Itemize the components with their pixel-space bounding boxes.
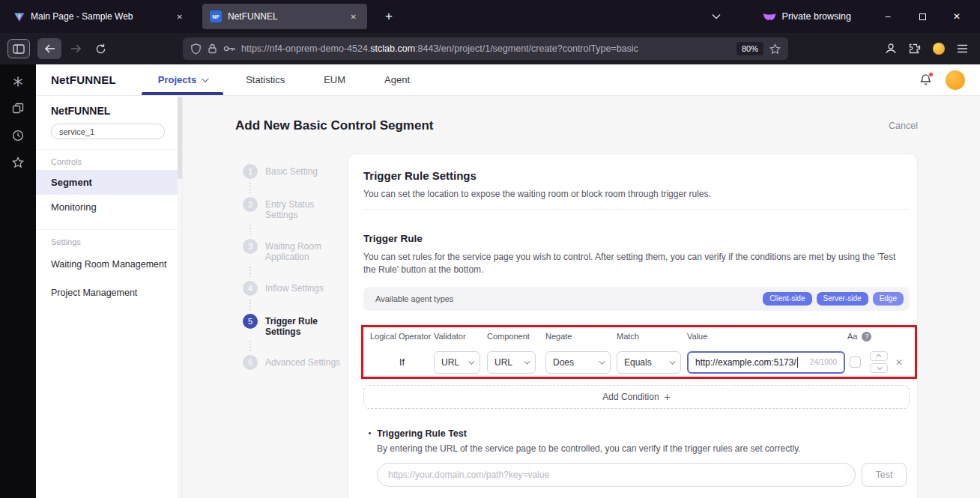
step-connector: [249, 341, 348, 351]
sidebar-item-project-management[interactable]: Project Management: [36, 279, 182, 307]
ai-chatbot-icon[interactable]: [8, 72, 28, 91]
validator-select[interactable]: URL: [434, 351, 480, 374]
window-maximize-button[interactable]: [905, 0, 940, 33]
nav-item-statistics[interactable]: Statistics: [226, 64, 304, 95]
match-select[interactable]: Equals: [617, 351, 681, 374]
step-label: Advanced Settings: [265, 355, 343, 368]
firefox-sidebar-strip: [0, 64, 36, 498]
main-content: Add New Basic Control Segment Cancel 1 B…: [183, 95, 980, 498]
sidebar-item-segment[interactable]: Segment: [36, 170, 182, 195]
trigger-rule-row: If URL URL: [363, 350, 910, 374]
step-waiting-room-application[interactable]: 3 Waiting Room Application: [243, 239, 348, 263]
test-button[interactable]: Test: [862, 463, 907, 487]
reload-button[interactable]: [90, 38, 111, 59]
nav-item-projects[interactable]: Projects: [139, 64, 226, 95]
extension-avatar-icon[interactable]: [933, 43, 945, 55]
validator-select-value: URL: [441, 357, 459, 368]
move-down-button[interactable]: [870, 363, 888, 373]
private-browsing-label: Private browsing: [782, 11, 851, 22]
bookmark-star-icon[interactable]: [769, 43, 781, 55]
negate-select[interactable]: Does: [545, 351, 611, 374]
chevron-down-icon: [599, 358, 605, 364]
netfunnel-logo[interactable]: NetFUNNEL: [51, 73, 116, 86]
tracking-protection-shield-icon[interactable]: [190, 43, 202, 55]
sidebar-title: NetFUNNEL: [51, 105, 182, 117]
tab-netfunnel[interactable]: NF NetFUNNEL ✕: [202, 4, 367, 29]
menu-hamburger-icon[interactable]: [957, 44, 968, 53]
badge-server-side: Server-side: [817, 292, 868, 306]
back-button[interactable]: [37, 38, 61, 59]
url-bar[interactable]: https://nf4-onprem-demo-4524.stclab.com:…: [183, 37, 788, 60]
step-number: 5: [243, 314, 258, 329]
user-avatar[interactable]: [946, 70, 965, 90]
sidebar-scrollbar[interactable]: [178, 95, 182, 498]
window-close-button[interactable]: ✕: [940, 0, 974, 33]
remove-rule-button[interactable]: ✕: [895, 357, 903, 368]
forward-button[interactable]: [66, 38, 87, 59]
history-clock-icon[interactable]: [8, 126, 28, 145]
add-condition-label: Add Condition: [602, 392, 659, 402]
test-url-input[interactable]: [377, 463, 856, 487]
bookmarks-star-icon[interactable]: [8, 153, 28, 172]
window-minimize-button[interactable]: –: [871, 0, 905, 33]
sidebar-item-monitoring[interactable]: Monitoring: [36, 195, 182, 219]
list-all-tabs-chevron-icon[interactable]: [712, 13, 721, 19]
nav-item-eum[interactable]: EUM: [304, 64, 365, 95]
move-up-button[interactable]: [870, 351, 888, 361]
sidebar-scrollbar-thumb[interactable]: [178, 97, 182, 179]
component-select[interactable]: URL: [487, 351, 536, 374]
lock-icon[interactable]: [208, 43, 217, 54]
toolbar-right-icons: [885, 43, 973, 55]
url-domain: stclab.com: [370, 43, 415, 54]
step-basic-setting[interactable]: 1 Basic Setting: [243, 164, 348, 179]
plus-icon: +: [665, 391, 671, 403]
nav-item-label: Statistics: [246, 74, 285, 85]
step-advanced-settings[interactable]: 6 Advanced Settings: [243, 355, 348, 370]
service-select[interactable]: service_1: [51, 124, 165, 139]
card-title: Trigger Rule Settings: [363, 169, 910, 182]
case-sensitive-checkbox[interactable]: [850, 356, 861, 368]
badge-edge: Edge: [873, 292, 904, 306]
sidebar-section-settings: Settings: [51, 237, 182, 246]
new-tab-button[interactable]: +: [379, 7, 399, 25]
step-inflow-settings[interactable]: 4 Inflow Settings: [243, 281, 348, 296]
chevron-down-icon: [669, 358, 675, 364]
cancel-button[interactable]: Cancel: [889, 121, 918, 131]
step-label: Inflow Settings: [265, 281, 343, 294]
help-icon[interactable]: ?: [862, 332, 871, 341]
component-select-value: URL: [494, 357, 512, 368]
page-title: Add New Basic Control Segment: [235, 118, 433, 133]
extensions-puzzle-icon[interactable]: [909, 43, 921, 55]
nav-item-agent[interactable]: Agent: [365, 64, 429, 95]
tab-main-page[interactable]: Main Page - Sample Web ✕: [6, 4, 193, 29]
close-tab-icon[interactable]: ✕: [348, 11, 360, 22]
step-label: Basic Setting: [265, 164, 343, 177]
url-text[interactable]: https://nf4-onprem-demo-4524.stclab.com:…: [241, 43, 731, 54]
notifications-bell-icon[interactable]: [919, 73, 932, 86]
app-nav-right: [919, 70, 965, 90]
tab-title: NetFUNNEL: [228, 11, 342, 22]
browser-toolbar: https://nf4-onprem-demo-4524.stclab.com:…: [0, 33, 980, 64]
header-aa-case: Aa: [847, 332, 857, 341]
step-label: Entry Status Settings: [265, 197, 343, 221]
netfunnel-app: NetFUNNEL Projects Statistics EUM Agent: [36, 64, 980, 498]
zoom-level-badge[interactable]: 80%: [736, 42, 763, 55]
stepper: 1 Basic Setting 2 Entry Status Settings …: [243, 154, 348, 370]
sidebar-section-controls: Controls: [51, 157, 182, 166]
synced-tabs-icon[interactable]: [8, 99, 28, 118]
step-number: 2: [243, 197, 258, 212]
add-condition-button[interactable]: Add Condition +: [363, 385, 910, 409]
sidebar-item-waiting-room-management[interactable]: Waiting Room Management: [36, 250, 182, 279]
step-trigger-rule-settings[interactable]: 5 Trigger Rule Settings: [243, 314, 348, 338]
trigger-rule-section-desc: You can set rules for the service page y…: [363, 251, 904, 277]
step-entry-status-settings[interactable]: 2 Entry Status Settings: [243, 197, 348, 221]
match-select-value: Equals: [624, 357, 652, 368]
passkey-icon[interactable]: [223, 45, 235, 52]
chevron-down-icon: [468, 358, 474, 364]
account-icon[interactable]: [885, 43, 897, 55]
rule-value-input[interactable]: http://example.com:5173/ 24/1000: [687, 351, 845, 374]
close-tab-icon[interactable]: ✕: [174, 11, 186, 22]
rule-value-text: http://example.com:5173/: [695, 357, 796, 368]
sidebar-toggle-button[interactable]: [7, 39, 30, 58]
char-counter: 24/1000: [807, 358, 837, 366]
